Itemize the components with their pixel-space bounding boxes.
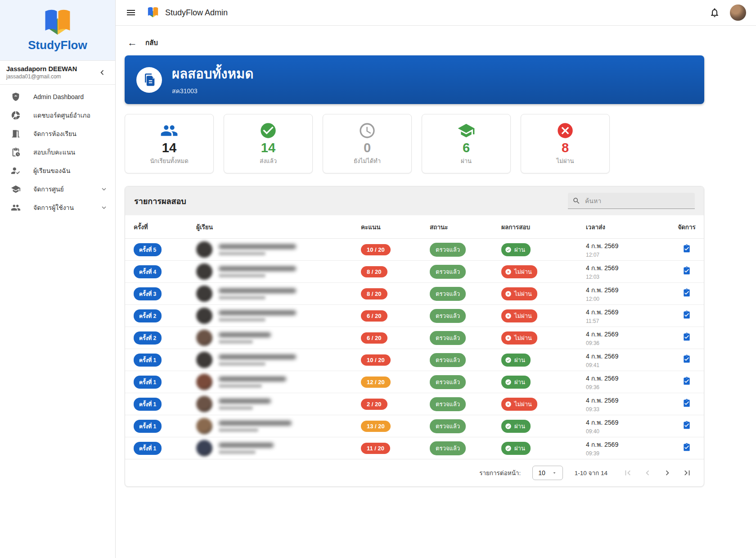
status-badge: ตรวจแล้ว — [430, 243, 466, 257]
table-row[interactable]: ครั้งที่ 111 / 20ตรวจแล้วผ่าน4 ก.พ. 2569… — [125, 437, 704, 459]
manage-assignment-button[interactable] — [682, 354, 691, 363]
manage-assignment-button[interactable] — [682, 332, 691, 341]
manage-assignment-button[interactable] — [682, 399, 691, 408]
status-cell: ตรวจแล้ว — [430, 353, 501, 367]
result-badge: ไม่ผ่าน — [501, 287, 537, 300]
sidebar-user-block: Jassadaporn DEEWAN jassada01@gmail.com — [0, 61, 115, 85]
manage-assignment-button[interactable] — [682, 266, 691, 275]
stat-card-4: 6ผ่าน — [422, 114, 511, 173]
manage-assignment-button[interactable] — [682, 443, 691, 452]
studyflow-logo-icon — [41, 9, 74, 37]
table-row[interactable]: ครั้งที่ 112 / 20ตรวจแล้วผ่าน4 ก.พ. 2569… — [125, 371, 704, 393]
rows-per-page-select[interactable]: 10 — [532, 466, 563, 480]
score-cell: 6 / 20 — [361, 332, 430, 344]
sidebar-item-2[interactable]: แดชบอร์ดศูนย์อำเภอ — [0, 106, 115, 124]
page-subtitle: สค31003 — [172, 86, 254, 96]
result-cell: ผ่าน — [501, 243, 586, 256]
table-column-headers: ครั้งที่ผู้เรียนคะแนนสถานะผลการสอบเวลาส่… — [125, 215, 704, 239]
student-name-redacted — [219, 244, 296, 255]
status-cell: ตรวจแล้ว — [430, 397, 501, 411]
sidebar-item-1[interactable]: Admin Dashboard — [0, 87, 115, 106]
result-cell: ไม่ผ่าน — [501, 265, 586, 278]
result-cell: ผ่าน — [501, 376, 586, 389]
first-page-button[interactable] — [622, 467, 634, 479]
manage-assignment-button[interactable] — [682, 377, 691, 386]
table-row[interactable]: ครั้งที่ 110 / 20ตรวจแล้วผ่าน4 ก.พ. 2569… — [125, 349, 704, 371]
table-row[interactable]: ครั้งที่ 26 / 20ตรวจแล้วไม่ผ่าน4 ก.พ. 25… — [125, 327, 704, 349]
app-root: StudyFlow Jassadaporn DEEWAN jassada01@g… — [0, 0, 756, 558]
back-label: กลับ — [145, 37, 158, 48]
submit-time-cell: 4 ก.พ. 256909:36 — [586, 373, 669, 390]
student-avatar — [196, 440, 212, 456]
table-row[interactable]: ครั้งที่ 12 / 20ตรวจแล้วไม่ผ่าน4 ก.พ. 25… — [125, 393, 704, 415]
table-row[interactable]: ครั้งที่ 38 / 20ตรวจแล้วไม่ผ่าน4 ก.พ. 25… — [125, 283, 704, 305]
badge-x-icon — [505, 313, 512, 319]
student-name-redacted — [219, 354, 296, 366]
submit-date: 4 ก.พ. 2569 — [586, 241, 669, 251]
status-cell: ตรวจแล้ว — [430, 375, 501, 389]
sidebar-collapse-icon[interactable] — [97, 68, 107, 77]
sidebar-item-7[interactable]: จัดการผู้ใช้งาน — [0, 198, 115, 217]
student-avatar — [196, 374, 212, 390]
student-avatar — [196, 352, 212, 368]
manage-assignment-button[interactable] — [682, 288, 691, 297]
sidebar: StudyFlow Jassadaporn DEEWAN jassada01@g… — [0, 0, 116, 558]
attempt-cell: ครั้งที่ 5 — [134, 243, 196, 256]
table-row[interactable]: ครั้งที่ 510 / 20ตรวจแล้วผ่าน4 ก.พ. 2569… — [125, 239, 704, 261]
badge-check-icon — [505, 246, 512, 253]
previous-page-button[interactable] — [642, 467, 653, 479]
manage-assignment-button[interactable] — [682, 421, 691, 430]
sidebar-item-5[interactable]: ผู้เรียนของฉัน — [0, 161, 115, 180]
badge-x-icon — [505, 401, 512, 408]
next-page-button[interactable] — [662, 467, 673, 479]
sidebar-item-4[interactable]: สอบเก็บคะแนน — [0, 143, 115, 161]
submit-time-cell: 4 ก.พ. 256909:39 — [586, 440, 669, 457]
attempt-badge: ครั้งที่ 1 — [134, 420, 162, 433]
search-input[interactable] — [585, 197, 690, 204]
status-badge: ตรวจแล้ว — [430, 397, 466, 411]
topbar-logo-icon — [146, 7, 160, 18]
sidebar-item-6[interactable]: จัดการศูนย์ — [0, 180, 115, 198]
stat-value: 0 — [364, 141, 371, 155]
submit-date: 4 ก.พ. 2569 — [586, 329, 669, 339]
people-icon — [160, 122, 178, 140]
score-badge: 8 / 20 — [361, 266, 387, 277]
table-row[interactable]: ครั้งที่ 26 / 20ตรวจแล้วไม่ผ่าน4 ก.พ. 25… — [125, 305, 704, 327]
table-row[interactable]: ครั้งที่ 48 / 20ตรวจแล้วไม่ผ่าน4 ก.พ. 25… — [125, 261, 704, 283]
hamburger-menu-icon[interactable] — [126, 7, 136, 18]
manage-assignment-button[interactable] — [682, 244, 691, 253]
submit-time-cell: 4 ก.พ. 256911:57 — [586, 307, 669, 324]
student-name-redacted — [219, 421, 292, 432]
stat-card-3: 0ยังไม่ได้ทำ — [323, 114, 412, 173]
student-name-redacted — [219, 266, 296, 277]
notifications-bell-icon[interactable] — [709, 7, 720, 18]
manage-cell — [669, 244, 704, 255]
student-name-redacted — [219, 377, 286, 388]
page-banner: ผลสอบทั้งหมด สค31003 — [125, 55, 704, 104]
score-badge: 10 / 20 — [361, 354, 391, 366]
search-box — [568, 193, 695, 209]
submit-date: 4 ก.พ. 2569 — [586, 263, 669, 273]
last-page-button[interactable] — [681, 467, 693, 479]
sidebar-item-label: จัดการผู้ใช้งาน — [33, 203, 100, 213]
submit-time-cell: 4 ก.พ. 256909:33 — [586, 395, 669, 413]
stat-label: ยังไม่ได้ทำ — [354, 156, 381, 166]
manage-assignment-button[interactable] — [682, 310, 691, 319]
manage-cell — [669, 266, 704, 277]
table-row[interactable]: ครั้งที่ 113 / 20ตรวจแล้วผ่าน4 ก.พ. 2569… — [125, 415, 704, 437]
result-badge: ไม่ผ่าน — [501, 309, 537, 322]
sidebar-item-label: Admin Dashboard — [33, 93, 108, 100]
submit-time: 12:03 — [586, 274, 669, 280]
result-badge: ไม่ผ่าน — [501, 265, 537, 278]
manage-cell — [669, 421, 704, 431]
user-avatar[interactable] — [730, 5, 746, 21]
attempt-cell: ครั้งที่ 2 — [134, 331, 196, 345]
sidebar-item-3[interactable]: จัดการห้องเรียน — [0, 124, 115, 143]
score-badge: 12 / 20 — [361, 377, 391, 388]
results-table-card: รายการผลสอบ ครั้งที่ผู้เรียนคะแนนสถานะผล… — [125, 186, 704, 487]
attempt-cell: ครั้งที่ 1 — [134, 442, 196, 455]
back-button[interactable]: ← กลับ — [125, 34, 706, 55]
submit-time-cell: 4 ก.พ. 256909:41 — [586, 351, 669, 368]
column-header-6: เวลาส่ง — [586, 222, 669, 232]
badge-x-icon — [505, 335, 512, 341]
